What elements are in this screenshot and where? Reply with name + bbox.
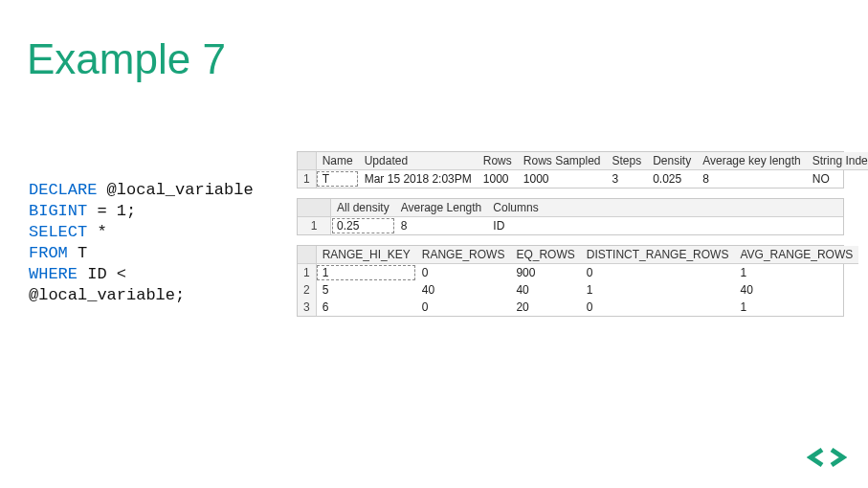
cell[interactable]: 3: [607, 170, 648, 189]
code-var1: @local_variable: [97, 181, 253, 199]
code-tbl: T: [68, 244, 87, 262]
rowidx-header: [298, 199, 331, 217]
cell[interactable]: 5: [316, 281, 416, 299]
col-header[interactable]: EQ_ROWS: [510, 246, 580, 264]
cell[interactable]: 20: [510, 299, 580, 316]
col-header[interactable]: Steps: [607, 152, 648, 170]
code-idlt: ID <: [78, 265, 126, 283]
sql-code-block: DECLARE @local_variable BIGINT = 1; SELE…: [29, 180, 254, 306]
col-header[interactable]: Average key length: [697, 152, 807, 170]
col-header[interactable]: Rows: [478, 152, 518, 170]
table-row[interactable]: 1 1 0 900 0 1: [298, 264, 858, 282]
cell[interactable]: 0: [581, 264, 735, 282]
cell[interactable]: 900: [510, 264, 580, 282]
table-row[interactable]: 2 5 40 40 1 40: [298, 281, 858, 299]
cell[interactable]: 8: [697, 170, 807, 189]
row-index: 1: [298, 217, 331, 235]
kw-select: SELECT: [29, 223, 87, 241]
cell[interactable]: Mar 15 2018 2:03PM: [359, 170, 478, 189]
cell[interactable]: 8: [395, 217, 488, 235]
cell: [545, 217, 843, 235]
row-index: 1: [298, 170, 316, 189]
row-index: 3: [298, 299, 316, 316]
code-eq1: = 1;: [87, 202, 136, 220]
rowidx-header: [298, 152, 316, 170]
cell[interactable]: 40: [734, 281, 858, 299]
rowidx-header: [298, 246, 316, 264]
cell[interactable]: ID: [487, 217, 544, 235]
cell[interactable]: 0: [416, 299, 511, 316]
cell[interactable]: 6: [316, 299, 416, 316]
histogram-grid: RANGE_HI_KEY RANGE_ROWS EQ_ROWS DISTINCT…: [297, 245, 844, 317]
row-index: 1: [298, 264, 316, 282]
slide-title: Example 7: [27, 35, 226, 83]
cell[interactable]: 1: [734, 264, 858, 282]
row-index: 2: [298, 281, 316, 299]
col-header[interactable]: Average Length: [395, 199, 488, 217]
cell[interactable]: 1: [581, 281, 735, 299]
code-star: *: [87, 223, 106, 241]
col-header[interactable]: Updated: [359, 152, 478, 170]
kw-bigint: BIGINT: [29, 202, 87, 220]
brand-logo-icon: [807, 444, 847, 471]
cell[interactable]: 40: [416, 281, 511, 299]
cell[interactable]: 0: [581, 299, 735, 316]
cell[interactable]: 0.025: [647, 170, 697, 189]
table-row[interactable]: 3 6 0 20 0 1: [298, 299, 858, 316]
kw-declare: DECLARE: [29, 181, 97, 199]
cell[interactable]: NO: [807, 170, 868, 189]
cell[interactable]: 1: [734, 299, 858, 316]
cell[interactable]: 1: [316, 264, 416, 282]
cell[interactable]: T: [316, 170, 359, 189]
cell[interactable]: 40: [510, 281, 580, 299]
cell[interactable]: 0: [416, 264, 511, 282]
col-header[interactable]: RANGE_HI_KEY: [316, 246, 416, 264]
code-var2: @local_variable;: [29, 286, 185, 304]
kw-from: FROM: [29, 244, 68, 262]
col-header[interactable]: AVG_RANGE_ROWS: [734, 246, 858, 264]
col-header[interactable]: RANGE_ROWS: [416, 246, 511, 264]
col-header[interactable]: Rows Sampled: [518, 152, 607, 170]
col-header[interactable]: All density: [331, 199, 395, 217]
col-header[interactable]: Columns: [487, 199, 544, 217]
col-header[interactable]: Name: [316, 152, 359, 170]
col-header[interactable]: String Index: [807, 152, 868, 170]
result-grids: Name Updated Rows Rows Sampled Steps Den…: [297, 151, 844, 326]
table-row[interactable]: 1 0.25 8 ID: [298, 217, 843, 235]
stats-header-grid: Name Updated Rows Rows Sampled Steps Den…: [297, 151, 844, 189]
cell[interactable]: 1000: [518, 170, 607, 189]
col-header: [545, 199, 843, 217]
table-row[interactable]: 1 T Mar 15 2018 2:03PM 1000 1000 3 0.025…: [298, 170, 868, 189]
col-header[interactable]: Density: [647, 152, 697, 170]
cell[interactable]: 0.25: [331, 217, 395, 235]
density-grid: All density Average Length Columns 1 0.2…: [297, 198, 844, 235]
cell[interactable]: 1000: [478, 170, 518, 189]
kw-where: WHERE: [29, 265, 78, 283]
col-header[interactable]: DISTINCT_RANGE_ROWS: [581, 246, 735, 264]
